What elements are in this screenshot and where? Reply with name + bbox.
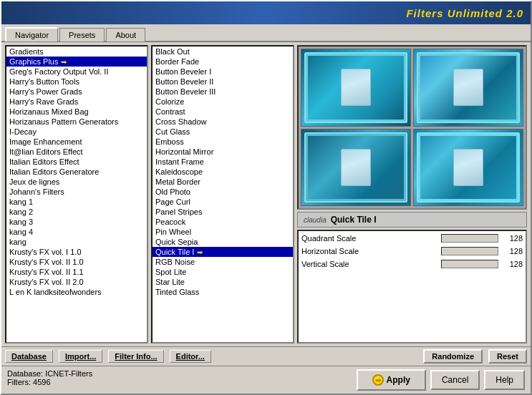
param-slider-horizontal[interactable] [441,247,498,255]
list-item[interactable]: Peacock [153,217,293,227]
list-item[interactable]: Harry's Rave Grads [6,97,147,107]
list-item[interactable]: Krusty's FX vol. II 1.0 [6,257,147,267]
preview-cell-3: thinkupthink [301,129,411,207]
list-item[interactable]: Pin Wheel [153,227,293,237]
list-item[interactable]: Button Beveler II [153,77,293,87]
list-item-quick-tile[interactable]: Quick Tile I ➡ [153,247,293,257]
param-slider-vertical[interactable] [441,260,498,268]
list-item[interactable]: kang 2 [6,207,147,217]
help-button[interactable]: Help [484,370,525,390]
left-panel: Gradients Graphics Plus ➡ Greg's Factory… [5,45,148,343]
apply-button[interactable]: ➡ Apply [357,369,426,391]
list-item[interactable]: Italian Editors Effect [6,157,147,167]
title-bar: Filters Unlimited 2.0 [1,1,531,24]
list-item[interactable]: Krusty's FX vol. II 2.0 [6,277,147,287]
action-buttons: ➡ Apply Cancel Help [351,366,531,394]
reset-button[interactable]: Reset [488,349,527,364]
list-item[interactable]: RGB Noise [153,257,293,267]
list-item[interactable]: Jeux de lignes [6,177,147,187]
list-item[interactable]: Horizontal Mirror [153,147,293,157]
status-bar: Database: ICNET-Filters Filters: 4596 [1,366,351,394]
title-text: Filters Unlimited 2.0 [406,7,523,19]
list-item[interactable]: kang [6,237,147,247]
param-row-vertical: Vertical Scale 128 [301,260,523,268]
tab-navigator[interactable]: Navigator [5,27,58,42]
param-value-quadrant: 128 [501,234,523,243]
filters-status: Filters: 4596 [7,378,345,386]
list-item[interactable]: Button Beveler III [153,87,293,97]
list-item[interactable]: Kaleidoscope [153,167,293,177]
list-item[interactable]: Johann's Filters [6,187,147,197]
param-label-quadrant: Quadrant Scale [301,234,441,243]
list-item[interactable]: It@lian Editors Effect [6,147,147,157]
tab-presets[interactable]: Presets [59,28,105,42]
list-item[interactable]: Gradients [6,47,147,57]
list-item[interactable]: Panel Stripes [153,207,293,217]
list-item[interactable]: Button Beveler I [153,67,293,77]
list-item[interactable]: Cut Glass [153,127,293,137]
database-button[interactable]: Database [5,350,53,363]
tab-about[interactable]: About [106,28,145,42]
cancel-button[interactable]: Cancel [430,370,480,390]
list-item[interactable]: Quick Sepia [153,237,293,247]
center-list[interactable]: Black Out Border Fade Button Beveler I B… [151,45,294,343]
list-item[interactable]: Greg's Factory Output Vol. II [6,67,147,77]
list-item[interactable]: Cross Shadow [153,117,293,127]
filter-name-label: Quick Tile I [331,215,377,225]
preview-cell-2: Spiritthinkthink [413,49,523,127]
list-item[interactable]: Italian Editors Generatore [6,167,147,177]
preview-cell-1: thinkthinkthink [301,49,411,127]
filter-logo: claudia [304,216,327,224]
list-item[interactable]: Image Enhancement [6,137,147,147]
left-list[interactable]: Gradients Graphics Plus ➡ Greg's Factory… [5,45,148,343]
list-item[interactable]: Spot Lite [153,267,293,277]
tab-bar: Navigator Presets About [1,24,531,42]
editor-button[interactable]: Editor... [170,350,211,363]
list-item[interactable]: Border Fade [153,57,293,67]
list-item[interactable]: Harry's Button Tools [6,77,147,87]
main-content: Gradients Graphics Plus ➡ Greg's Factory… [1,42,531,346]
param-slider-quadrant[interactable] [441,234,498,243]
randomize-button[interactable]: Randomize [423,349,483,364]
bottom-buttons-bar: Database Import... Filter Info... Editor… [1,346,531,366]
filter-info-button[interactable]: Filter Info... [108,350,163,363]
param-label-horizontal: Horizontal Scale [301,247,441,255]
param-value-vertical: 128 [501,260,523,268]
import-button[interactable]: Import... [59,350,102,363]
param-value-horizontal: 128 [501,247,523,255]
list-item[interactable]: Horizanaus Pattern Generators [6,117,147,127]
main-window: Filters Unlimited 2.0 Navigator Presets … [0,0,532,395]
list-item[interactable]: Horizanaus Mixed Bag [6,107,147,117]
filter-name-bar: claudia Quick Tile I [297,212,527,228]
list-item[interactable]: Emboss [153,137,293,147]
list-item[interactable]: kang 1 [6,197,147,207]
list-item[interactable]: Black Out [153,47,293,57]
list-item[interactable]: kang 4 [6,227,147,237]
list-item-graphics-plus[interactable]: Graphics Plus ➡ [6,57,147,67]
list-item[interactable]: I-Decay [6,127,147,137]
database-status: Database: ICNET-Filters [7,369,345,378]
preview-grid: thinkthinkthink Spiritthinkthink thinkup… [297,45,527,210]
status-action-bar: Database: ICNET-Filters Filters: 4596 ➡ … [1,366,531,394]
preview-cell-4: Aboutthink [413,129,523,207]
params-panel: Quadrant Scale 128 Horizontal Scale 128 … [297,230,527,343]
list-item[interactable]: Instant Frame [153,157,293,167]
list-item[interactable]: Colorize [153,97,293,107]
list-item[interactable]: Metal Border [153,177,293,187]
list-item[interactable]: Harry's Power Grads [6,87,147,97]
right-panel: thinkthinkthink Spiritthinkthink thinkup… [297,45,527,343]
list-item[interactable]: Krusty's FX vol. I 1.0 [6,247,147,257]
center-panel: Black Out Border Fade Button Beveler I B… [151,45,294,343]
list-item[interactable]: L en K landksiteofwonders [6,287,147,297]
list-item[interactable]: Tinted Glass [153,287,293,297]
list-item[interactable]: Contrast [153,107,293,117]
param-label-vertical: Vertical Scale [301,260,441,268]
param-row-quadrant: Quadrant Scale 128 [301,234,523,243]
list-item[interactable]: Page Curl [153,197,293,207]
param-row-horizontal: Horizontal Scale 128 [301,247,523,255]
list-item[interactable]: Krusty's FX vol. II 1.1 [6,267,147,277]
list-item[interactable]: Star Lite [153,277,293,287]
list-item[interactable]: kang 3 [6,217,147,227]
list-item[interactable]: Old Photo [153,187,293,197]
